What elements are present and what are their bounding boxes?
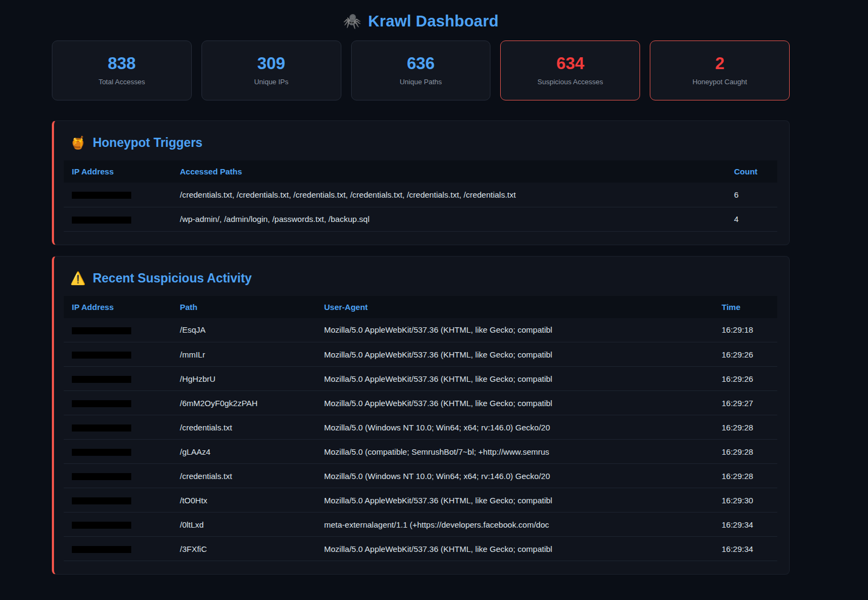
ip-cell (64, 367, 172, 391)
user-agent-cell: Mozilla/5.0 AppleWebKit/537.36 (KHTML, l… (316, 367, 714, 391)
redacted-ip (72, 546, 131, 553)
stat-value: 2 (715, 55, 724, 72)
stat-value: 838 (108, 55, 136, 72)
section-title-suspicious: Recent Suspicious Activity (93, 271, 252, 286)
suspicious-table-body: /EsqJAMozilla/5.0 AppleWebKit/537.36 (KH… (64, 318, 777, 561)
time-cell: 16:29:27 (714, 391, 777, 415)
accessed-paths-cell: /wp-admin/, /admin/login, /passwords.txt… (172, 207, 726, 231)
column-header-ip-address: IP Address (64, 296, 172, 318)
path-cell: /EsqJA (172, 318, 316, 342)
redacted-ip (72, 473, 131, 480)
time-cell: 16:29:34 (714, 513, 777, 537)
honeypot-table-body: /credentials.txt, /credentials.txt, /cre… (64, 183, 777, 231)
stat-label: Total Accesses (98, 78, 145, 86)
ip-cell (64, 488, 172, 513)
ip-cell (64, 440, 172, 464)
user-agent-cell: Mozilla/5.0 AppleWebKit/537.36 (KHTML, l… (316, 488, 714, 513)
ip-cell (64, 415, 172, 440)
table-row: /credentials.txtMozilla/5.0 (Windows NT … (64, 464, 777, 488)
time-cell: 16:29:26 (714, 367, 777, 391)
suspicious-table-head: IP Address Path User-Agent Time (64, 296, 777, 318)
honeypot-triggers-panel: 🍯 Honeypot Triggers IP Address Accessed … (52, 120, 790, 245)
stat-label: Unique IPs (254, 78, 288, 86)
suspicious-table: IP Address Path User-Agent Time /EsqJAMo… (64, 296, 777, 562)
redacted-ip (72, 352, 131, 359)
redacted-ip (72, 217, 131, 224)
table-row: /mmILrMozilla/5.0 AppleWebKit/537.36 (KH… (64, 342, 777, 367)
column-header-path: Path (172, 296, 316, 318)
table-row: /EsqJAMozilla/5.0 AppleWebKit/537.36 (KH… (64, 318, 777, 342)
path-cell: /0ltLxd (172, 513, 316, 537)
time-cell: 16:29:34 (714, 537, 777, 561)
user-agent-cell: Mozilla/5.0 AppleWebKit/537.36 (KHTML, l… (316, 391, 714, 415)
count-cell: 6 (726, 183, 777, 207)
redacted-ip (72, 327, 131, 334)
user-agent-cell: Mozilla/5.0 (compatible; SemrushBot/7~bl… (316, 440, 714, 464)
table-row: /tO0HtxMozilla/5.0 AppleWebKit/537.36 (K… (64, 488, 777, 513)
column-header-count: Count (726, 160, 777, 183)
redacted-ip (72, 376, 131, 383)
table-row: /HgHzbrUMozilla/5.0 AppleWebKit/537.36 (… (64, 367, 777, 391)
time-cell: 16:29:28 (714, 440, 777, 464)
stat-value: 636 (407, 55, 435, 72)
user-agent-cell: Mozilla/5.0 AppleWebKit/537.36 (KHTML, l… (316, 318, 714, 342)
user-agent-cell: Mozilla/5.0 AppleWebKit/537.36 (KHTML, l… (316, 537, 714, 561)
table-header-row: IP Address Path User-Agent Time (64, 296, 777, 318)
stat-card-total-accesses: 838 Total Accesses (52, 41, 192, 100)
spider-icon: 🕷️ (343, 14, 361, 29)
stat-card-unique-paths: 636 Unique Paths (351, 41, 491, 100)
stat-label: Suspicious Accesses (537, 78, 603, 86)
stat-label: Honeypot Caught (692, 78, 747, 86)
warning-icon: ⚠️ (70, 272, 86, 285)
count-cell: 4 (726, 207, 777, 231)
stat-value: 309 (257, 55, 285, 72)
path-cell: /tO0Htx (172, 488, 316, 513)
table-row: /credentials.txt, /credentials.txt, /cre… (64, 183, 777, 207)
redacted-ip (72, 449, 131, 456)
section-title-honeypot: Honeypot Triggers (93, 136, 203, 150)
ip-cell (64, 464, 172, 488)
table-row: /0ltLxdmeta-externalagent/1.1 (+https://… (64, 513, 777, 537)
honeypot-table-head: IP Address Accessed Paths Count (64, 160, 777, 183)
redacted-ip (72, 192, 131, 199)
user-agent-cell: Mozilla/5.0 (Windows NT 10.0; Win64; x64… (316, 464, 714, 488)
table-row: /credentials.txtMozilla/5.0 (Windows NT … (64, 415, 777, 440)
honeypot-icon: 🍯 (70, 137, 86, 149)
redacted-ip (72, 424, 131, 432)
stat-card-unique-ips: 309 Unique IPs (201, 41, 341, 100)
table-header-row: IP Address Accessed Paths Count (64, 160, 777, 183)
page-title: Krawl Dashboard (368, 12, 499, 30)
stat-card-honeypot-caught: 2 Honeypot Caught (650, 41, 790, 100)
stat-value: 634 (556, 55, 584, 72)
time-cell: 16:29:26 (714, 342, 777, 367)
ip-cell (64, 537, 172, 561)
stat-card-suspicious-accesses: 634 Suspicious Accesses (500, 41, 640, 100)
time-cell: 16:29:18 (714, 318, 777, 342)
user-agent-cell: meta-externalagent/1.1 (+https://develop… (316, 513, 714, 537)
path-cell: /credentials.txt (172, 415, 316, 440)
table-row: /6mM2OyF0gk2zPAHMozilla/5.0 AppleWebKit/… (64, 391, 777, 415)
table-row: /3FXfiCMozilla/5.0 AppleWebKit/537.36 (K… (64, 537, 777, 561)
path-cell: /mmILr (172, 342, 316, 367)
table-row: /gLAAz4Mozilla/5.0 (compatible; SemrushB… (64, 440, 777, 464)
ip-cell (64, 318, 172, 342)
path-cell: /6mM2OyF0gk2zPAH (172, 391, 316, 415)
column-header-accessed-paths: Accessed Paths (172, 160, 726, 183)
dashboard-page: 🕷️ Krawl Dashboard 838 Total Accesses 30… (52, 0, 790, 575)
suspicious-section-header: ⚠️ Recent Suspicious Activity (64, 257, 777, 296)
user-agent-cell: Mozilla/5.0 AppleWebKit/537.36 (KHTML, l… (316, 342, 714, 367)
path-cell: /3FXfiC (172, 537, 316, 561)
column-header-time: Time (714, 296, 777, 318)
column-header-user-agent: User-Agent (316, 296, 714, 318)
column-header-ip-address: IP Address (64, 160, 172, 183)
ip-cell (64, 342, 172, 367)
honeypot-section-header: 🍯 Honeypot Triggers (64, 121, 777, 160)
redacted-ip (72, 400, 131, 407)
time-cell: 16:29:28 (714, 415, 777, 440)
suspicious-activity-panel: ⚠️ Recent Suspicious Activity IP Address… (52, 256, 790, 575)
ip-cell (64, 183, 172, 207)
redacted-ip (72, 522, 131, 529)
redacted-ip (72, 497, 131, 504)
table-row: /wp-admin/, /admin/login, /passwords.txt… (64, 207, 777, 231)
stats-row: 838 Total Accesses 309 Unique IPs 636 Un… (52, 41, 790, 100)
